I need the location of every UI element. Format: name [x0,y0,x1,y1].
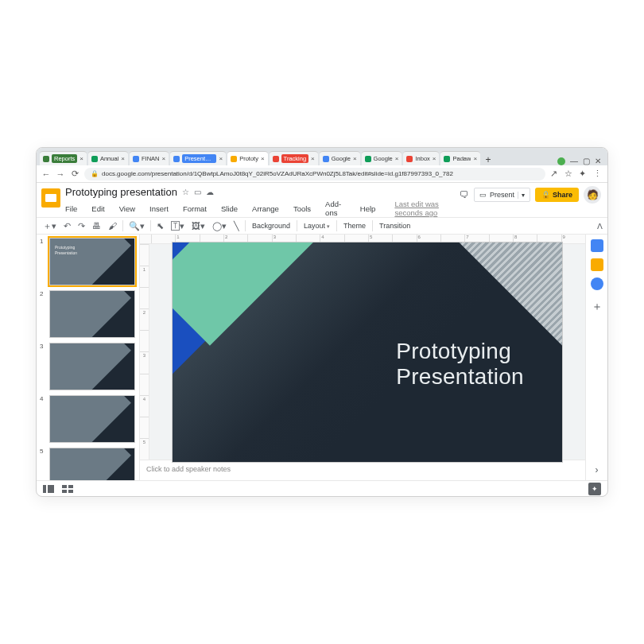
slide-thumbnail[interactable]: 5 [40,448,136,480]
undo-button[interactable]: ↶ [62,221,72,231]
tab-favicon-icon [91,156,98,162]
comments-icon[interactable]: 🗨 [460,189,469,200]
last-edit-status[interactable]: Last edit was seconds ago [394,200,460,217]
share-button[interactable]: 🔒 Share [535,188,579,202]
bookmark-icon[interactable]: ☆ [564,169,574,179]
line-tool-icon[interactable]: ╲ [232,221,241,231]
browser-tab[interactable]: Prototy× [227,151,267,165]
present-button[interactable]: ▭ Present ▾ [474,188,530,202]
open-external-icon[interactable]: ↗ [550,169,560,179]
tab-close-icon[interactable]: × [311,155,315,162]
thumbnail-number: 5 [40,448,46,480]
thumbnail-preview[interactable] [49,343,135,390]
collapse-side-panel-icon[interactable]: › [596,464,599,475]
tab-label: FINAN [142,155,160,162]
keep-addon-icon[interactable] [591,258,603,271]
nav-forward-icon[interactable]: → [56,169,65,179]
menu-slide[interactable]: Slide [221,204,238,213]
select-tool-icon[interactable]: ⬉ [155,221,165,231]
menu-format[interactable]: Format [183,204,207,213]
document-title[interactable]: Prototyping presentation [65,186,177,198]
browser-tab[interactable]: Annual× [88,151,128,165]
transition-button[interactable]: Transition [377,222,413,230]
account-indicator[interactable] [557,157,565,165]
browser-tab[interactable]: Reports× [40,151,87,165]
thumbnail-preview[interactable] [49,290,135,338]
image-tool-icon[interactable]: 🖼▾ [190,221,207,231]
thumbnail-preview[interactable]: Prototyping Presentation [49,238,135,285]
tab-close-icon[interactable]: × [161,155,165,162]
browser-menu-icon[interactable]: ⋮ [593,169,603,179]
tab-close-icon[interactable]: × [353,155,357,162]
filmstrip-view-icon[interactable] [43,485,54,493]
textbox-tool-icon[interactable]: 🅃▾ [169,221,186,231]
background-button[interactable]: Background [250,222,293,230]
window-minimize-icon[interactable]: — [570,157,578,165]
redo-button[interactable]: ↷ [76,221,87,231]
lock-icon: 🔒 [91,170,99,177]
menu-edit[interactable]: Edit [91,204,104,213]
present-dropdown-icon[interactable]: ▾ [518,192,525,199]
slide-stage[interactable]: Prototyping Presentation [149,244,585,460]
window-close-icon[interactable]: ✕ [595,157,601,165]
account-avatar[interactable]: 🧑 [584,186,601,204]
explore-button[interactable]: ✦ [588,483,601,495]
collapse-toolbar-icon[interactable]: ᐱ [597,222,603,231]
tab-close-icon[interactable]: × [473,155,477,162]
tasks-addon-icon[interactable] [591,277,603,290]
thumbnail-preview[interactable] [49,395,135,443]
shape-tool-icon[interactable]: ◯▾ [211,221,228,231]
window-maximize-icon[interactable]: ▢ [583,157,590,165]
tab-close-icon[interactable]: × [121,155,125,162]
nav-back-icon[interactable]: ← [41,169,51,179]
menu-file[interactable]: File [65,204,77,213]
browser-tab[interactable]: Google× [362,151,402,165]
cloud-status-icon[interactable]: ☁ [206,188,214,196]
menu-add-ons[interactable]: Add-ons [325,200,346,217]
star-icon[interactable]: ☆ [182,188,189,196]
extensions-icon[interactable]: ✦ [579,169,588,179]
tab-close-icon[interactable]: × [219,155,223,162]
tab-close-icon[interactable]: × [261,155,265,162]
grid-view-icon[interactable] [62,485,73,493]
menu-tools[interactable]: Tools [293,204,311,213]
browser-tab[interactable]: Inbox× [403,151,439,165]
addons-plus-icon[interactable]: ＋ [592,300,603,314]
nav-reload-icon[interactable]: ⟳ [70,169,80,179]
menu-insert[interactable]: Insert [149,204,169,213]
paint-format-button[interactable]: 🖌 [107,221,118,231]
slide-thumbnail[interactable]: 3 [40,343,136,390]
zoom-button[interactable]: 🔍▾ [127,221,146,231]
browser-tab-strip: Reports×Annual×FINAN×Presentations×Proto… [37,148,607,165]
layout-button[interactable]: Layout [301,222,332,230]
browser-tab[interactable]: Presentations× [170,151,226,165]
url-text: docs.google.com/presentation/d/1QBwtpLAm… [102,170,453,177]
slide-canvas[interactable]: Prototyping Presentation [173,242,562,462]
tab-close-icon[interactable]: × [80,155,83,162]
new-tab-button[interactable]: + [482,154,495,165]
slides-logo-icon[interactable] [41,188,60,208]
tab-close-icon[interactable]: × [395,155,399,162]
browser-tab[interactable]: Google× [320,151,360,165]
speaker-notes-input[interactable]: Click to add speaker notes [140,460,585,480]
url-input[interactable]: 🔒 docs.google.com/presentation/d/1QBwtpL… [84,168,545,180]
browser-tab[interactable]: Tracking× [270,151,318,165]
browser-tab[interactable]: Padaw× [440,151,480,165]
slide-filmstrip[interactable]: 1Prototyping Presentation23456 [37,235,140,480]
print-button[interactable]: 🖶 [91,221,103,231]
calendar-addon-icon[interactable] [591,239,603,252]
slide-title-text[interactable]: Prototyping Presentation [396,339,524,390]
tab-close-icon[interactable]: × [433,155,436,162]
theme-button[interactable]: Theme [341,222,368,230]
move-icon[interactable]: ▭ [194,188,201,196]
slide-thumbnail[interactable]: 1Prototyping Presentation [40,238,136,285]
new-slide-button[interactable]: ＋▾ [41,220,58,232]
bottom-bar: ✦ [37,480,607,496]
thumbnail-preview[interactable] [49,448,135,480]
menu-help[interactable]: Help [360,204,376,213]
menu-arrange[interactable]: Arrange [252,204,279,213]
slide-thumbnail[interactable]: 2 [40,290,136,338]
menu-view[interactable]: View [119,204,135,213]
slide-thumbnail[interactable]: 4 [40,395,136,443]
browser-tab[interactable]: FINAN× [130,151,169,165]
